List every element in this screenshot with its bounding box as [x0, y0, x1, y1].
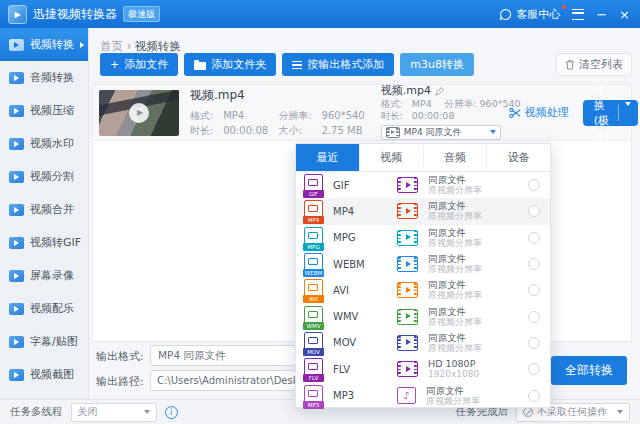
convert-fast-button[interactable]: 转换(极速): [583, 100, 638, 126]
list-icon: [292, 61, 302, 69]
tab-audio[interactable]: 音频: [424, 144, 488, 171]
duration-value: 00:00:08: [412, 110, 455, 121]
video-thumbnail[interactable]: ▶: [99, 90, 179, 136]
resolution-label: 分辨率:: [445, 98, 477, 109]
video-split-icon: [9, 171, 24, 183]
format-radio[interactable]: [528, 390, 540, 402]
multithread-select[interactable]: 关闭: [71, 403, 157, 422]
format-detail: 同原文件 原视频分辨率: [426, 385, 480, 407]
breadcrumb-current: 视频转换: [135, 39, 181, 53]
format-radio[interactable]: [528, 179, 540, 191]
add-by-format-label: 按输出格式添加: [307, 57, 384, 72]
video-convert-icon: [9, 39, 24, 51]
menu-button[interactable]: [572, 9, 584, 20]
format-radio[interactable]: [528, 205, 540, 217]
convert-all-button[interactable]: 全部转换: [551, 356, 627, 385]
output-format-dropdown[interactable]: MP4 同原文件: [150, 345, 312, 366]
format-option-wmv[interactable]: WMV WMV 同原文件 原视频分辨率: [296, 303, 550, 329]
app-logo-icon: ▶: [8, 5, 27, 24]
service-center-label: 客服中心: [516, 7, 560, 22]
tab-video[interactable]: 视频: [360, 144, 424, 171]
sidebar-item-video-merge[interactable]: 视频合并: [0, 193, 88, 226]
video-bgm-icon: [9, 303, 24, 315]
breadcrumb: 首页 › 视频转换: [100, 39, 181, 54]
sidebar-item-label: 视频压缩: [30, 103, 74, 118]
film-strip-icon: [397, 361, 418, 377]
video-watermark-icon: [9, 138, 24, 150]
file-type-icon: WEBM: [304, 253, 323, 275]
add-by-format-button[interactable]: 按输出格式添加: [282, 53, 394, 76]
format-option-mpg[interactable]: MPG MPG 同原文件 原视频分辨率: [296, 225, 550, 251]
sidebar-item-video-split[interactable]: 视频分割: [0, 160, 88, 193]
minimize-button[interactable]: −: [596, 8, 607, 21]
sidebar-item-video-convert[interactable]: 视频转换: [0, 28, 88, 61]
file-type-icon: GIF: [304, 174, 323, 196]
format-radio[interactable]: [528, 363, 540, 375]
format-option-avi[interactable]: AVI AVI 同原文件 原视频分辨率: [296, 277, 550, 303]
sidebar-item-subtitle-sticker[interactable]: 字幕/贴图: [0, 325, 88, 358]
sidebar-item-video-bgm[interactable]: 视频配乐: [0, 292, 88, 325]
format-rows: GIF GIF 同原文件 原视频分辨率 MP4 MP4 同原文件 原视频分辨率: [296, 172, 550, 409]
tab-device[interactable]: 设备: [487, 144, 550, 171]
sidebar-item-label: 字幕/贴图: [30, 334, 78, 349]
pencil-icon[interactable]: [435, 87, 444, 96]
format-label: 格式:: [190, 108, 220, 123]
file-type-icon: MP4: [304, 200, 323, 222]
add-file-label: 添加文件: [124, 57, 168, 72]
tab-recent[interactable]: 最近: [296, 144, 360, 171]
output-format-select[interactable]: MP4 同原文件: [381, 125, 501, 140]
plus-icon: +: [110, 58, 119, 71]
format-detail: 同原文件 原视频分辨率: [428, 279, 482, 301]
duration-label: 时长:: [381, 110, 409, 123]
format-name: MP3: [333, 390, 397, 401]
chevron-down-icon[interactable]: [625, 102, 631, 119]
format-radio[interactable]: [528, 232, 540, 244]
video-compress-icon: [9, 105, 24, 117]
chevron-down-icon: [144, 410, 150, 414]
format-option-webm[interactable]: WEBM WEBM 同原文件 原视频分辨率: [296, 251, 550, 277]
format-option-flv[interactable]: FLV FLV HD 1080P 1920x1080: [296, 356, 550, 382]
format-radio[interactable]: [528, 258, 540, 270]
file-type-icon: WMV: [304, 306, 323, 328]
output-format-dropdown-value: MP4 同原文件: [158, 349, 225, 363]
format-panel-tabs: 最近视频音频设备: [296, 144, 550, 172]
format-option-gif[interactable]: GIF GIF 同原文件 原视频分辨率: [296, 172, 550, 198]
titlebar: ▶ 迅捷视频转换器 极速版 客服中心 − ×: [0, 0, 640, 28]
format-option-mp3[interactable]: MP3 MP3 ♪ 同原文件 原视频分辨率: [296, 382, 550, 408]
format-radio[interactable]: [528, 337, 540, 349]
duration-label: 时长:: [190, 123, 220, 138]
format-radio[interactable]: [528, 311, 540, 323]
sidebar-item-video-compress[interactable]: 视频压缩: [0, 94, 88, 127]
format-detail: 同原文件 原视频分辨率: [428, 227, 482, 249]
file-row[interactable]: ▶ 视频.mp4 格式: MP4 分辨率: 960*540 时长: 00:00:…: [93, 85, 631, 141]
format-option-mp4[interactable]: MP4 MP4 同原文件 原视频分辨率: [296, 198, 550, 224]
video-process-button[interactable]: 视频处理: [509, 105, 569, 120]
close-button[interactable]: ×: [619, 8, 630, 21]
sidebar-item-label: 屏幕录像: [30, 268, 74, 283]
sidebar-item-label: 音频转换: [30, 70, 74, 85]
service-center-button[interactable]: 客服中心: [499, 7, 560, 22]
play-icon[interactable]: ▶: [129, 103, 149, 123]
scissors-icon: [509, 107, 521, 119]
format-value: MP4: [412, 98, 442, 111]
sidebar-item-screen-record[interactable]: 屏幕录像: [0, 259, 88, 292]
sidebar-item-video-watermark[interactable]: 视频水印: [0, 127, 88, 160]
m3u8-convert-button[interactable]: m3u8转换: [400, 53, 474, 76]
sidebar-item-label: 视频合并: [30, 202, 74, 217]
breadcrumb-home[interactable]: 首页: [100, 39, 123, 53]
add-folder-button[interactable]: 添加文件夹: [184, 53, 276, 76]
clear-list-button[interactable]: 清空列表: [556, 53, 632, 76]
sidebar-item-video-snapshot[interactable]: 视频截图: [0, 358, 88, 391]
video-to-gif-icon: [9, 237, 24, 249]
sidebar-item-video-to-gif[interactable]: 视频转GIF: [0, 226, 88, 259]
output-file-name: 视频.mp4: [381, 85, 431, 98]
format-radio[interactable]: [528, 284, 540, 296]
add-file-button[interactable]: + 添加文件: [100, 53, 178, 76]
multithread-label: 任务多线程: [10, 405, 63, 419]
film-strip-icon: [397, 309, 418, 325]
film-strip-icon: [397, 256, 418, 272]
sidebar-item-audio-convert[interactable]: 音频转换: [0, 61, 88, 94]
format-option-mov[interactable]: MOV MOV 同原文件 原视频分辨率: [296, 330, 550, 356]
sidebar-item-label: 视频截图: [30, 367, 74, 382]
folder-icon: [194, 62, 206, 70]
